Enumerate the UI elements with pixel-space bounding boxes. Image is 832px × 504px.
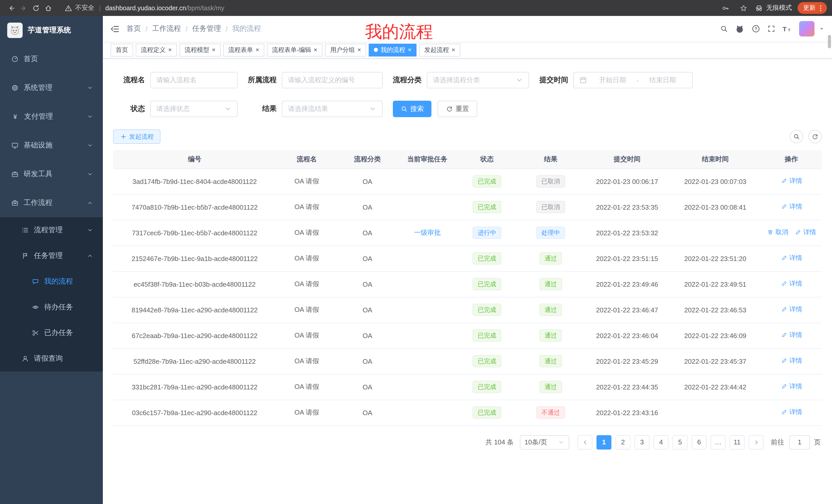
page-size-select[interactable]: 10条/页	[520, 435, 569, 449]
avatar[interactable]	[799, 21, 814, 36]
collapse-sidebar-icon[interactable]	[110, 24, 119, 33]
browser-forward-button[interactable]	[18, 2, 30, 14]
sidebar-item-leave-query[interactable]: 请假查询	[0, 346, 103, 371]
cell-current-task	[397, 271, 457, 297]
key-icon[interactable]	[719, 2, 732, 14]
page-button-3[interactable]: 3	[634, 435, 649, 449]
reset-button[interactable]: 重置	[438, 101, 477, 117]
goto-page-input[interactable]: 1	[789, 435, 810, 449]
sidebar-item-done-tasks[interactable]: 已办任务	[0, 320, 103, 346]
browser-menu-icon[interactable]	[817, 4, 824, 11]
address-bar[interactable]: 不安全 | dashboard.yudao.iocoder.cn/bpm/tas…	[65, 4, 224, 12]
sidebar-item-task-management[interactable]: 任务管理	[0, 243, 103, 269]
search-button[interactable]: 搜索	[393, 101, 432, 117]
sidebar-item-label: 已办任务	[44, 328, 73, 338]
goto-suffix: 页	[814, 438, 821, 447]
detail-action-button[interactable]: 详情	[781, 177, 802, 186]
fullscreen-icon[interactable]	[768, 25, 775, 32]
result-select[interactable]: 请选择流结果	[282, 101, 383, 117]
parent-process-label: 所属流程	[248, 76, 277, 85]
prev-page-button[interactable]	[577, 435, 592, 449]
page-button-5[interactable]: 5	[673, 435, 687, 449]
table-row: 52ffd28e-7b9a-11ec-a290-acde48001122OA 请…	[113, 348, 822, 374]
sidebar-item-devtools[interactable]: 研发工具	[0, 160, 103, 189]
tab-home[interactable]: 首页	[110, 44, 133, 56]
browser-back-button[interactable]	[5, 2, 18, 14]
close-icon[interactable]: ×	[408, 47, 411, 53]
avatar-caret-icon[interactable]	[819, 26, 824, 31]
app-logo-row[interactable]: 芋道管理系统	[0, 16, 103, 45]
chevron-down-icon	[87, 171, 93, 177]
sidebar-item-workflow[interactable]: 工作流程	[0, 189, 103, 217]
close-icon[interactable]: ×	[168, 47, 172, 53]
breadcrumb-item[interactable]: 任务管理	[192, 24, 221, 33]
cancel-action-button[interactable]: 取消	[767, 228, 788, 237]
status-select[interactable]: 请选择状态	[150, 101, 238, 117]
tab-process-form-edit[interactable]: 流程表单-编辑×	[267, 44, 322, 56]
sidebar-item-payment[interactable]: ¥支付管理	[0, 102, 103, 131]
tab-user-group[interactable]: 用户分组×	[325, 44, 366, 56]
url-separator: |	[99, 4, 101, 11]
browser-home-button[interactable]	[42, 2, 54, 14]
tab-start-process[interactable]: 发起流程×	[419, 44, 460, 56]
detail-action-button[interactable]: 详情	[781, 408, 802, 417]
close-icon[interactable]: ×	[357, 47, 361, 53]
browser-reload-button[interactable]	[30, 2, 42, 14]
edit-icon	[795, 229, 801, 235]
sidebar-item-todo-tasks[interactable]: 待办任务	[0, 295, 103, 320]
bookmark-star-icon[interactable]	[737, 2, 750, 14]
start-process-button[interactable]: 发起流程	[113, 130, 160, 144]
detail-action-button[interactable]: 详情	[781, 305, 802, 314]
toggle-search-button[interactable]	[790, 130, 803, 143]
sidebar-item-infrastructure[interactable]: 基础设施	[0, 131, 103, 160]
breadcrumb-item[interactable]: 工作流程	[152, 24, 181, 33]
close-icon[interactable]: ×	[212, 47, 215, 53]
close-icon[interactable]: ×	[314, 47, 317, 53]
close-icon[interactable]: ×	[451, 47, 455, 53]
tab-process-definition[interactable]: 流程定义×	[136, 44, 177, 56]
help-icon[interactable]: ?	[752, 25, 760, 33]
scrollbar-thumb[interactable]	[828, 35, 831, 48]
detail-action-button[interactable]: 详情	[781, 279, 802, 288]
submit-time-range-picker[interactable]: 开始日期 - 结束日期	[573, 72, 693, 88]
sidebar-item-home[interactable]: 首页	[0, 45, 103, 74]
detail-action-button[interactable]: 详情	[781, 331, 802, 340]
sidebar-item-my-process[interactable]: 我的流程	[0, 269, 103, 295]
cell-end-time: 2022-01-22 23:46:53	[670, 297, 761, 323]
sidebar-item-process-management[interactable]: 流程管理	[0, 217, 103, 243]
detail-action-button[interactable]: 详情	[781, 254, 802, 262]
detail-action-button[interactable]: 详情	[781, 382, 802, 391]
tab-process-form[interactable]: 流程表单×	[223, 44, 264, 56]
range-separator: -	[636, 76, 639, 84]
refresh-table-button[interactable]	[808, 130, 822, 143]
detail-action-button[interactable]: 详情	[795, 228, 816, 237]
sidebar-item-system[interactable]: 系统管理	[0, 74, 103, 102]
pager-ellipsis[interactable]: …	[711, 435, 726, 449]
search-icon[interactable]	[721, 25, 728, 32]
category-select[interactable]: 请选择流程分类	[427, 72, 529, 88]
page-button-1[interactable]: 1	[597, 435, 612, 449]
cell-process-name: OA 请假	[276, 348, 337, 374]
page-button-4[interactable]: 4	[654, 435, 669, 449]
update-button[interactable]: 更新	[798, 2, 827, 14]
page-button-11[interactable]: 11	[730, 435, 745, 449]
cell-submit-time: 2022-01-22 23:45:29	[585, 348, 670, 374]
page-button-6[interactable]: 6	[692, 435, 706, 449]
app-header: 首页/工作流程/任务管理/我的流程 ? TT	[103, 16, 832, 41]
parent-process-input[interactable]: 请输入流程定义的编号	[282, 72, 383, 88]
close-icon[interactable]: ×	[256, 47, 259, 53]
cell-actions: 详情	[761, 271, 822, 297]
detail-action-button[interactable]: 详情	[781, 357, 802, 365]
tab-process-model[interactable]: 流程模型×	[179, 44, 220, 56]
current-task-link[interactable]: 一级审批	[414, 229, 441, 236]
submit-time-label: 提交时间	[539, 76, 568, 85]
detail-action-button[interactable]: 详情	[781, 202, 802, 211]
tab-label: 流程定义	[141, 46, 165, 54]
process-name-input[interactable]: 请输入流程名	[150, 72, 238, 88]
next-page-button[interactable]	[749, 435, 763, 449]
tab-my-process[interactable]: 我的流程×	[369, 44, 417, 56]
page-button-2[interactable]: 2	[616, 435, 630, 449]
breadcrumb-item[interactable]: 首页	[127, 24, 141, 33]
github-icon[interactable]	[735, 24, 744, 33]
font-size-icon[interactable]: TT	[783, 25, 791, 33]
